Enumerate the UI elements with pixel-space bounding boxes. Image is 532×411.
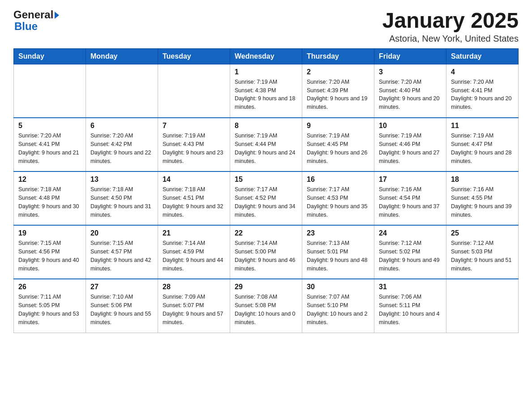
- cell-info: Sunrise: 7:18 AM Sunset: 4:50 PM Dayligh…: [90, 185, 153, 219]
- cell-info: Sunrise: 7:08 AM Sunset: 5:08 PM Dayligh…: [235, 293, 297, 326]
- calendar-cell: 11Sunrise: 7:19 AM Sunset: 4:47 PM Dayli…: [446, 118, 519, 171]
- calendar-cell: 2Sunrise: 7:20 AM Sunset: 4:39 PM Daylig…: [302, 64, 374, 118]
- cell-day-number: 18: [451, 176, 514, 184]
- cell-info: Sunrise: 7:13 AM Sunset: 5:01 PM Dayligh…: [307, 239, 369, 273]
- calendar-table: SundayMondayTuesdayWednesdayThursdayFrid…: [13, 48, 519, 333]
- calendar-cell: 13Sunrise: 7:18 AM Sunset: 4:50 PM Dayli…: [86, 171, 158, 225]
- cell-info: Sunrise: 7:14 AM Sunset: 5:00 PM Dayligh…: [235, 239, 297, 273]
- cell-info: Sunrise: 7:16 AM Sunset: 4:55 PM Dayligh…: [451, 185, 514, 219]
- cell-day-number: 10: [379, 122, 442, 130]
- cell-info: Sunrise: 7:17 AM Sunset: 4:53 PM Dayligh…: [307, 185, 369, 219]
- calendar-cell: [86, 64, 158, 118]
- cell-info: Sunrise: 7:17 AM Sunset: 4:52 PM Dayligh…: [235, 185, 297, 219]
- calendar-header: SundayMondayTuesdayWednesdayThursdayFrid…: [14, 48, 519, 64]
- cell-info: Sunrise: 7:06 AM Sunset: 5:11 PM Dayligh…: [379, 293, 442, 326]
- cell-day-number: 28: [163, 283, 225, 291]
- cell-day-number: 31: [379, 283, 442, 291]
- cell-day-number: 29: [235, 283, 297, 291]
- cell-day-number: 25: [451, 229, 514, 237]
- calendar-week-row: 12Sunrise: 7:18 AM Sunset: 4:48 PM Dayli…: [14, 171, 519, 225]
- cell-info: Sunrise: 7:12 AM Sunset: 5:02 PM Dayligh…: [379, 239, 442, 273]
- cell-info: Sunrise: 7:12 AM Sunset: 5:03 PM Dayligh…: [451, 239, 514, 273]
- location-subtitle: Astoria, New York, United States: [382, 34, 519, 44]
- calendar-cell: 4Sunrise: 7:20 AM Sunset: 4:41 PM Daylig…: [446, 64, 519, 118]
- cell-info: Sunrise: 7:11 AM Sunset: 5:05 PM Dayligh…: [18, 293, 81, 326]
- cell-day-number: 19: [18, 229, 81, 237]
- day-header-friday: Friday: [374, 48, 446, 64]
- cell-day-number: 4: [451, 68, 514, 76]
- calendar-week-row: 26Sunrise: 7:11 AM Sunset: 5:05 PM Dayli…: [14, 279, 519, 333]
- cell-day-number: 5: [18, 122, 81, 130]
- calendar-cell: 16Sunrise: 7:17 AM Sunset: 4:53 PM Dayli…: [302, 171, 374, 225]
- cell-info: Sunrise: 7:20 AM Sunset: 4:39 PM Dayligh…: [307, 78, 369, 111]
- calendar-cell: [14, 64, 86, 118]
- calendar-body: 1Sunrise: 7:19 AM Sunset: 4:38 PM Daylig…: [14, 64, 519, 333]
- calendar-cell: 22Sunrise: 7:14 AM Sunset: 5:00 PM Dayli…: [230, 225, 302, 279]
- calendar-cell: 5Sunrise: 7:20 AM Sunset: 4:41 PM Daylig…: [14, 118, 86, 171]
- cell-day-number: 11: [451, 122, 514, 130]
- cell-info: Sunrise: 7:14 AM Sunset: 4:59 PM Dayligh…: [163, 239, 225, 273]
- cell-info: Sunrise: 7:20 AM Sunset: 4:41 PM Dayligh…: [18, 132, 81, 165]
- title-area: January 2025 Astoria, New York, United S…: [382, 9, 519, 44]
- cell-day-number: 30: [307, 283, 369, 291]
- day-header-tuesday: Tuesday: [158, 48, 230, 64]
- calendar-cell: 3Sunrise: 7:20 AM Sunset: 4:40 PM Daylig…: [374, 64, 446, 118]
- cell-day-number: 14: [163, 176, 225, 184]
- cell-day-number: 21: [163, 229, 225, 237]
- cell-info: Sunrise: 7:18 AM Sunset: 4:51 PM Dayligh…: [163, 185, 225, 219]
- calendar-cell: 6Sunrise: 7:20 AM Sunset: 4:42 PM Daylig…: [86, 118, 158, 171]
- cell-day-number: 3: [379, 68, 442, 76]
- day-header-wednesday: Wednesday: [230, 48, 302, 64]
- calendar-cell: 1Sunrise: 7:19 AM Sunset: 4:38 PM Daylig…: [230, 64, 302, 118]
- days-of-week-row: SundayMondayTuesdayWednesdayThursdayFrid…: [14, 48, 519, 64]
- calendar-cell: [446, 279, 519, 333]
- calendar-cell: 23Sunrise: 7:13 AM Sunset: 5:01 PM Dayli…: [302, 225, 374, 279]
- cell-day-number: 6: [90, 122, 153, 130]
- calendar-cell: 26Sunrise: 7:11 AM Sunset: 5:05 PM Dayli…: [14, 279, 86, 333]
- cell-day-number: 26: [18, 283, 81, 291]
- cell-day-number: 16: [307, 176, 369, 184]
- cell-info: Sunrise: 7:20 AM Sunset: 4:42 PM Dayligh…: [90, 132, 153, 165]
- page-header: General Blue January 2025 Astoria, New Y…: [13, 9, 519, 44]
- calendar-cell: 25Sunrise: 7:12 AM Sunset: 5:03 PM Dayli…: [446, 225, 519, 279]
- calendar-week-row: 1Sunrise: 7:19 AM Sunset: 4:38 PM Daylig…: [14, 64, 519, 118]
- cell-info: Sunrise: 7:19 AM Sunset: 4:43 PM Dayligh…: [163, 132, 225, 165]
- month-title: January 2025: [382, 9, 519, 33]
- calendar-cell: 30Sunrise: 7:07 AM Sunset: 5:10 PM Dayli…: [302, 279, 374, 333]
- cell-info: Sunrise: 7:18 AM Sunset: 4:48 PM Dayligh…: [18, 185, 81, 219]
- calendar-cell: 8Sunrise: 7:19 AM Sunset: 4:44 PM Daylig…: [230, 118, 302, 171]
- day-header-thursday: Thursday: [302, 48, 374, 64]
- cell-info: Sunrise: 7:19 AM Sunset: 4:46 PM Dayligh…: [379, 132, 442, 165]
- cell-info: Sunrise: 7:15 AM Sunset: 4:56 PM Dayligh…: [18, 239, 81, 273]
- calendar-cell: 28Sunrise: 7:09 AM Sunset: 5:07 PM Dayli…: [158, 279, 230, 333]
- cell-info: Sunrise: 7:15 AM Sunset: 4:57 PM Dayligh…: [90, 239, 153, 273]
- cell-day-number: 17: [379, 176, 442, 184]
- cell-day-number: 9: [307, 122, 369, 130]
- cell-info: Sunrise: 7:09 AM Sunset: 5:07 PM Dayligh…: [163, 293, 225, 326]
- calendar-cell: 21Sunrise: 7:14 AM Sunset: 4:59 PM Dayli…: [158, 225, 230, 279]
- cell-info: Sunrise: 7:10 AM Sunset: 5:06 PM Dayligh…: [90, 293, 153, 326]
- calendar-week-row: 19Sunrise: 7:15 AM Sunset: 4:56 PM Dayli…: [14, 225, 519, 279]
- cell-day-number: 2: [307, 68, 369, 76]
- cell-day-number: 27: [90, 283, 153, 291]
- cell-day-number: 23: [307, 229, 369, 237]
- calendar-cell: 10Sunrise: 7:19 AM Sunset: 4:46 PM Dayli…: [374, 118, 446, 171]
- calendar-cell: 7Sunrise: 7:19 AM Sunset: 4:43 PM Daylig…: [158, 118, 230, 171]
- cell-info: Sunrise: 7:19 AM Sunset: 4:44 PM Dayligh…: [235, 132, 297, 165]
- calendar-cell: 20Sunrise: 7:15 AM Sunset: 4:57 PM Dayli…: [86, 225, 158, 279]
- cell-day-number: 8: [235, 122, 297, 130]
- calendar-cell: 24Sunrise: 7:12 AM Sunset: 5:02 PM Dayli…: [374, 225, 446, 279]
- cell-day-number: 7: [163, 122, 225, 130]
- logo-line1: General: [13, 9, 59, 21]
- calendar-cell: 9Sunrise: 7:19 AM Sunset: 4:45 PM Daylig…: [302, 118, 374, 171]
- calendar-cell: 18Sunrise: 7:16 AM Sunset: 4:55 PM Dayli…: [446, 171, 519, 225]
- cell-info: Sunrise: 7:20 AM Sunset: 4:41 PM Dayligh…: [451, 78, 514, 111]
- cell-day-number: 1: [235, 68, 297, 76]
- calendar-cell: 14Sunrise: 7:18 AM Sunset: 4:51 PM Dayli…: [158, 171, 230, 225]
- day-header-monday: Monday: [86, 48, 158, 64]
- cell-day-number: 12: [18, 176, 81, 184]
- calendar-cell: 12Sunrise: 7:18 AM Sunset: 4:48 PM Dayli…: [14, 171, 86, 225]
- cell-info: Sunrise: 7:19 AM Sunset: 4:38 PM Dayligh…: [235, 78, 297, 111]
- cell-info: Sunrise: 7:07 AM Sunset: 5:10 PM Dayligh…: [307, 293, 369, 326]
- cell-info: Sunrise: 7:20 AM Sunset: 4:40 PM Dayligh…: [379, 78, 442, 111]
